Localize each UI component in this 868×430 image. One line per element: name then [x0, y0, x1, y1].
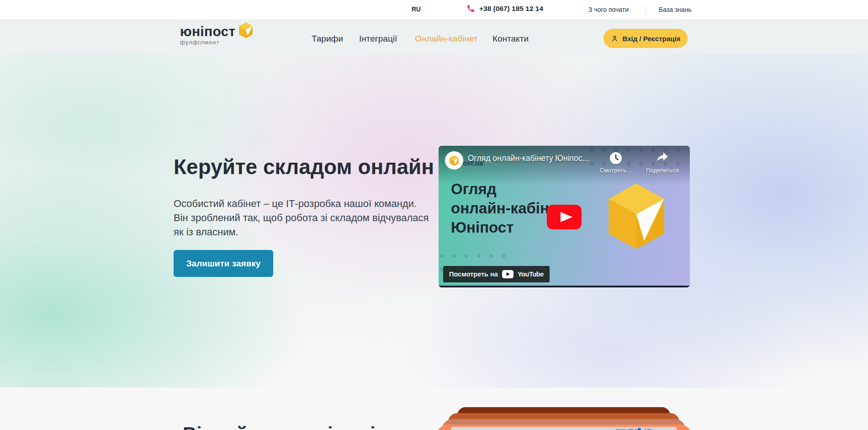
youtube-logo-icon [502, 270, 513, 278]
logo-subtitle: фулфілмент [180, 39, 258, 46]
share-label[interactable]: Поделиться [644, 167, 681, 174]
next-section-heading: Відчуйте зручність і контроль [183, 423, 470, 430]
app-screenshot-text: Експорт і ЛФК (4-3 [616, 428, 639, 430]
app-screenshot-blue-dot [638, 428, 641, 430]
app-screenshot-text: 6 (ФК) [644, 428, 652, 430]
video-bottom-edge [439, 286, 690, 287]
app-screenshot-card: Експорт і ЛФК (4-3 6 (ФК) [451, 427, 677, 430]
watch-later-label[interactable]: Смотреть ... [598, 167, 635, 174]
nav-integrations[interactable]: Інтеграції [359, 33, 397, 44]
link-how-to-start[interactable]: З чого почати [588, 6, 629, 13]
channel-avatar[interactable] [445, 151, 463, 170]
top-bar: RU +38 (067) 185 12 14 З чого почати Баз… [0, 0, 868, 19]
language-switcher[interactable]: RU [412, 5, 421, 13]
phone-number: +38 (067) 185 12 14 [479, 5, 543, 13]
phone-link[interactable]: +38 (067) 185 12 14 [466, 4, 543, 13]
nav-contacts[interactable]: Контакти [492, 33, 529, 44]
share-icon[interactable] [656, 152, 669, 164]
youtube-wordmark: YouTube [518, 271, 544, 278]
hero-background [0, 53, 868, 388]
watch-on-youtube-button[interactable]: Посмотреть на YouTube [443, 266, 550, 282]
page: RU +38 (067) 185 12 14 З чого почати Баз… [0, 0, 868, 430]
login-register-button[interactable]: Вхід / Реєстрація [603, 29, 688, 48]
leave-request-button[interactable]: Залишити заявку [174, 250, 273, 277]
header: юніпост фулфілмент Тарифи Інтеграції Онл… [0, 19, 868, 53]
nav-tariffs[interactable]: Тарифи [312, 33, 343, 44]
cube-logo-icon [238, 22, 253, 39]
logo[interactable]: юніпост фулфілмент [180, 24, 258, 49]
hero-title: Керуйте складом онлайн [174, 154, 434, 180]
user-icon [611, 35, 619, 42]
youtube-video-player[interactable]: post.ua Огляд онлайн-кабінету Юніпос... … [439, 146, 690, 287]
nav-online-cabinet[interactable]: Онлайн-кабінет [415, 33, 478, 44]
phone-icon [466, 4, 475, 13]
watch-later-icon[interactable] [609, 151, 623, 165]
link-knowledge-base[interactable]: База знань [659, 6, 692, 13]
youtube-play-button[interactable] [547, 205, 582, 229]
cube-3d-illustration [607, 182, 666, 251]
cube-avatar-icon [449, 155, 459, 166]
login-register-label: Вхід / Реєстрація [623, 35, 681, 42]
watch-on-label: Посмотреть на [449, 271, 498, 278]
topbar-divider [646, 5, 646, 14]
video-title-link[interactable]: Огляд онлайн-кабінету Юніпос... [468, 154, 589, 163]
hero-description: Особистий кабінет – це ІТ-розробка нашої… [174, 196, 433, 239]
